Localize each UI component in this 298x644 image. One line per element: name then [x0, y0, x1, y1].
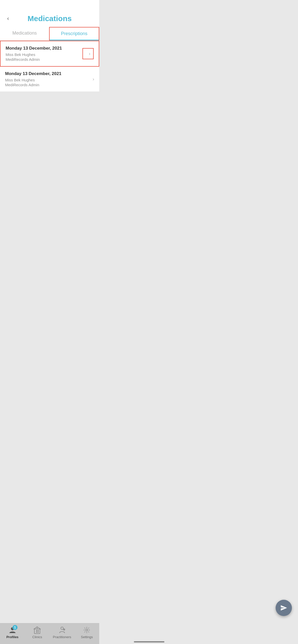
- tab-bar: Medications Prescriptions: [0, 27, 99, 41]
- list-item-chevron-container[interactable]: ›: [82, 48, 94, 59]
- prescription-date: Monday 13 December, 2021: [6, 46, 82, 51]
- list-item[interactable]: Monday 13 December, 2021 Miss Bek Hughes…: [0, 41, 99, 67]
- chevron-right-icon: ›: [89, 51, 90, 56]
- tab-prescriptions[interactable]: Prescriptions: [49, 27, 99, 40]
- prescription-admin: MediRecords Admin: [5, 83, 90, 87]
- tab-medications[interactable]: Medications: [0, 27, 49, 40]
- page-title: Medications: [27, 14, 72, 23]
- empty-area: [0, 92, 99, 219]
- page-header: ‹ Medications: [0, 0, 99, 27]
- prescriptions-list: Monday 13 December, 2021 Miss Bek Hughes…: [0, 41, 99, 92]
- prescription-name: Miss Bek Hughes: [6, 52, 82, 57]
- prescription-name: Miss Bek Hughes: [5, 78, 90, 82]
- prescription-date: Monday 13 December, 2021: [5, 71, 90, 76]
- list-item-content: Monday 13 December, 2021 Miss Bek Hughes…: [5, 71, 90, 87]
- list-item[interactable]: Monday 13 December, 2021 Miss Bek Hughes…: [0, 67, 99, 92]
- prescription-admin: MediRecords Admin: [6, 57, 82, 62]
- list-item-content: Monday 13 December, 2021 Miss Bek Hughes…: [6, 46, 82, 62]
- back-button[interactable]: ‹: [5, 14, 11, 23]
- chevron-right-icon: ›: [93, 77, 94, 82]
